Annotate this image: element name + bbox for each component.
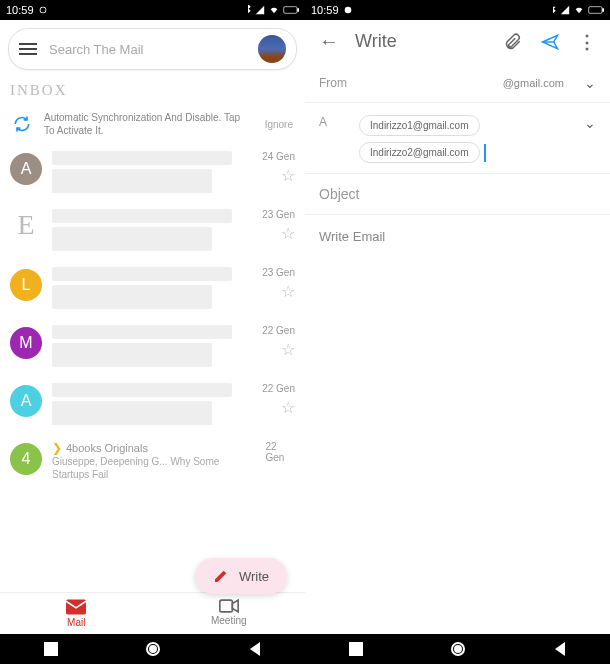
send-icon[interactable] <box>540 33 560 51</box>
svg-rect-7 <box>589 7 602 14</box>
star-icon[interactable]: ☆ <box>281 166 295 185</box>
alarm-off-icon <box>38 5 48 15</box>
tab-mail[interactable]: Mail <box>0 593 153 634</box>
search-placeholder: Search The Mail <box>49 42 258 57</box>
hamburger-icon[interactable] <box>19 40 37 58</box>
tab-meeting[interactable]: Meeting <box>153 593 306 634</box>
recents-button[interactable] <box>44 642 58 656</box>
subject-field[interactable]: Object <box>305 174 610 215</box>
tag-icon: ❯ <box>52 441 62 455</box>
svg-rect-4 <box>44 642 58 656</box>
mail-date: 23 Gen <box>262 209 295 220</box>
mail-date: 22 Gen <box>262 325 295 336</box>
signal-icon <box>560 5 570 15</box>
star-icon[interactable]: ☆ <box>281 282 295 301</box>
svg-rect-8 <box>603 9 604 12</box>
from-field[interactable]: From @gmail.com ⌄ <box>305 63 610 103</box>
mail-snippet: Giuseppe, Deepening G... Why Some Startu… <box>52 455 255 481</box>
from-label: From <box>319 76 359 90</box>
status-time: 10:59 <box>311 4 339 16</box>
android-nav-bar <box>305 634 610 664</box>
sender-avatar: A <box>10 385 42 417</box>
mail-item[interactable]: 4 ❯4books Originals Giuseppe, Deepening … <box>0 435 305 487</box>
attachment-icon[interactable] <box>504 33 522 51</box>
text-cursor <box>484 144 486 162</box>
more-icon[interactable]: ⋮ <box>578 31 596 53</box>
status-bar: 10:59 <box>305 0 610 20</box>
recents-button[interactable] <box>349 642 363 656</box>
sender-avatar: A <box>10 153 42 185</box>
wifi-icon <box>573 5 585 15</box>
status-time: 10:59 <box>6 4 34 16</box>
sync-text: Automatic Synchronization And Disable. T… <box>44 111 253 137</box>
star-icon[interactable]: ☆ <box>281 224 295 243</box>
svg-rect-3 <box>220 600 233 612</box>
star-icon[interactable]: ☆ <box>281 398 295 417</box>
alarm-off-icon <box>343 5 353 15</box>
recipient-chip[interactable]: Indirizzo2@gmail.com <box>359 142 480 163</box>
tab-label: Mail <box>67 617 85 628</box>
battery-icon <box>588 5 604 15</box>
sender-avatar: M <box>10 327 42 359</box>
mail-date: 22 Gen <box>265 441 295 463</box>
mail-date: 22 Gen <box>262 383 295 394</box>
mail-item[interactable]: L 23 Gen☆ <box>0 261 305 319</box>
recipient-chip[interactable]: Indirizzo1@gmail.com <box>359 115 480 136</box>
wifi-icon <box>268 5 280 15</box>
status-bar: 10:59 <box>0 0 305 20</box>
to-field[interactable]: A Indirizzo1@gmail.com Indirizzo2@gmail.… <box>305 103 610 174</box>
bluetooth-icon <box>244 5 252 15</box>
profile-avatar[interactable] <box>258 35 286 63</box>
svg-rect-9 <box>349 642 363 656</box>
svg-rect-0 <box>284 7 297 14</box>
compose-title: Write <box>355 31 488 52</box>
bottom-tabs: Mail Meeting <box>0 592 305 634</box>
chevron-down-icon[interactable]: ⌄ <box>584 75 596 91</box>
mail-item[interactable]: M 22 Gen☆ <box>0 319 305 377</box>
video-icon <box>219 599 239 613</box>
signal-icon <box>255 5 265 15</box>
sync-icon <box>12 114 32 134</box>
back-button[interactable] <box>553 642 567 656</box>
mail-title: 4books Originals <box>66 442 148 454</box>
svg-rect-1 <box>298 9 299 12</box>
chevron-down-icon[interactable]: ⌄ <box>584 115 596 131</box>
mail-list: A 24 Gen☆ E 23 Gen☆ L 23 Gen☆ M 22 Gen☆ … <box>0 145 305 592</box>
mail-item[interactable]: E 23 Gen☆ <box>0 203 305 261</box>
mail-icon <box>66 599 86 615</box>
sender-avatar: 4 <box>10 443 42 475</box>
home-button[interactable] <box>145 641 161 657</box>
sender-avatar: L <box>10 269 42 301</box>
star-icon[interactable]: ☆ <box>281 340 295 359</box>
compose-header: ← Write ⋮ <box>305 20 610 63</box>
svg-point-11 <box>455 646 461 652</box>
sync-row[interactable]: Automatic Synchronization And Disable. T… <box>0 103 305 145</box>
sender-avatar: E <box>10 209 42 241</box>
tab-label: Meeting <box>211 615 247 626</box>
back-button[interactable] <box>248 642 262 656</box>
ignore-button[interactable]: Ignore <box>265 119 293 130</box>
from-value: @gmail.com <box>503 77 564 89</box>
mail-item[interactable]: A 22 Gen☆ <box>0 377 305 435</box>
to-label: A <box>319 115 359 129</box>
mail-date: 24 Gen <box>262 151 295 162</box>
bluetooth-icon <box>549 5 557 15</box>
battery-icon <box>283 5 299 15</box>
compose-fab[interactable]: Write <box>195 558 287 594</box>
mail-date: 23 Gen <box>262 267 295 278</box>
fab-label: Write <box>239 569 269 584</box>
body-field[interactable]: Write Email <box>305 215 610 634</box>
inbox-label: INBOX <box>0 78 305 103</box>
home-button[interactable] <box>450 641 466 657</box>
search-bar[interactable]: Search The Mail <box>8 28 297 70</box>
mail-item[interactable]: A 24 Gen☆ <box>0 145 305 203</box>
svg-point-6 <box>150 646 156 652</box>
pencil-icon <box>213 568 229 584</box>
back-arrow-icon[interactable]: ← <box>319 30 339 53</box>
android-nav-bar <box>0 634 305 664</box>
